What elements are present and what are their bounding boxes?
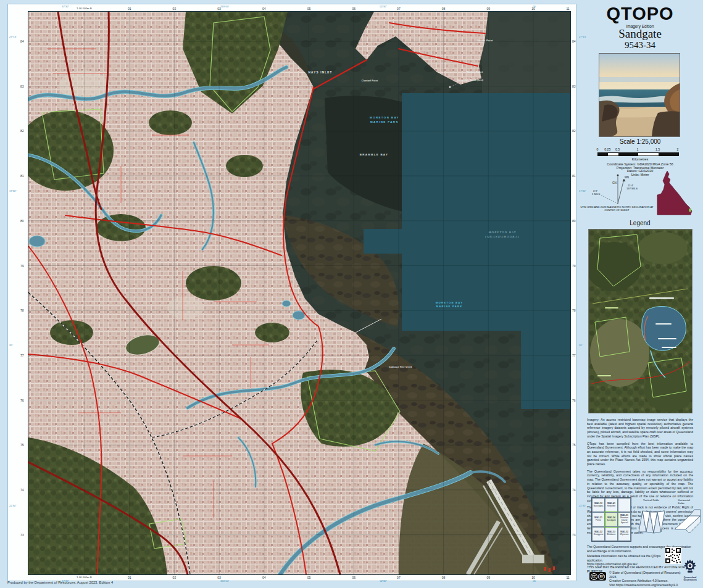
grid-northing: 84 — [572, 39, 576, 43]
grid-easting: 09 — [487, 7, 491, 10]
adjoining-sheet: 9543-32Wynnum — [618, 527, 631, 541]
adjoining-sheet — [618, 498, 631, 512]
grid-northing: 79 — [572, 264, 576, 268]
grid-easting: 07 — [397, 7, 401, 10]
scale-tick: 1 — [637, 147, 639, 151]
scale-bar-ticks: 00.250.511.52 — [597, 147, 679, 151]
geo-longitude: 02'30" — [380, 579, 387, 582]
sheet-number: 9543-34 — [577, 40, 703, 51]
cc-by-badge[interactable]: CCBY — [589, 572, 606, 581]
vertical-folds-diagram — [636, 505, 668, 537]
disclaimer-paragraph: QTopo has been compiled from the best in… — [587, 442, 693, 466]
grid-northing: 83 — [20, 85, 24, 88]
scale-tick: 1.5 — [655, 147, 660, 151]
geo-longitude: 05' — [533, 579, 536, 582]
adjoining-sheet: 9543-21Petrie — [592, 512, 605, 526]
qld-government-logo: Queensland Government — [680, 558, 701, 582]
legend-sample-image — [588, 229, 693, 413]
svg-text:1 MILS: 1 MILS — [592, 193, 600, 196]
grid-northing: 77 — [572, 354, 576, 357]
geo-longitude: 153°00' — [220, 5, 229, 8]
grid-easting: 07 — [397, 576, 401, 579]
horizontal-folds-label: Horizontal Folds — [678, 499, 695, 505]
grid-northing: 73 — [20, 533, 24, 537]
svg-text:MN: MN — [625, 176, 629, 179]
scale-bar — [597, 152, 679, 156]
grid-easting: 04 — [262, 7, 266, 10]
legend-title: Legend — [577, 220, 703, 226]
map-canvas: HAYS INLETMORETON BAY MARINE PARKBRAMBLE… — [28, 12, 570, 574]
geo-longitude: 05' — [533, 5, 536, 8]
grid-easting: 08 — [442, 576, 446, 579]
horizontal-folds-diagram — [671, 505, 703, 537]
grid-northing: 76 — [572, 399, 576, 402]
geo-longitude: 02'30" — [380, 5, 387, 8]
grid-easting: 09 — [487, 576, 491, 579]
declination-caption: UTM GRID AND 2023 MAGNETIC NORTH DECLINA… — [578, 206, 655, 212]
grid-easting: 01 — [128, 576, 131, 579]
grid-northing: 75 — [20, 443, 24, 447]
grid-northing: 74 — [572, 488, 576, 492]
geo-latitude: 22'30" — [9, 504, 17, 507]
adjoining-sheets-grid: 9543-12Narangba9543-41Redcliffe9543-21Pe… — [591, 497, 631, 542]
geo-latitude: 17'30" — [9, 189, 17, 193]
grid-easting: 02 — [173, 576, 177, 579]
scale-tick: 0 — [597, 147, 599, 151]
map-sheet: HAYS INLETMORETON BAY MARINE PARKBRAMBLE… — [7, 4, 576, 581]
grid-northing: 73 — [572, 533, 576, 537]
grid-easting: 08 — [442, 7, 446, 10]
grid-northing: 78 — [20, 308, 24, 312]
svg-text:197 MILS: 197 MILS — [626, 187, 638, 190]
vertical-folds-label: Vertical Folds — [643, 499, 659, 502]
grid-easting: 06 — [352, 7, 356, 10]
cover-photo — [599, 53, 680, 137]
scale-tick: 0.25 — [604, 147, 610, 151]
grid-northing: 75 — [572, 443, 576, 447]
map-imagery — [28, 12, 570, 574]
qld-locator-map — [646, 170, 701, 218]
grid-easting: 06 — [352, 576, 356, 579]
grid-northing: 81 — [20, 174, 24, 178]
grid-easting: 05 — [307, 7, 311, 10]
adjoining-sheet: 9543-33Brisbane — [605, 527, 618, 541]
grid-easting: 02 — [173, 7, 177, 10]
scale-label: Scale 1:25,000 — [577, 138, 703, 145]
disclaimer-paragraph: Imagery: An access restricted basemap im… — [587, 418, 693, 439]
easting-full-label: 1 00 000m E — [77, 576, 92, 579]
grid-northing: 77 — [20, 354, 24, 357]
grid-northing: 78 — [572, 308, 576, 312]
grid-easting: 05 — [307, 576, 311, 579]
geo-longitude: 153°00' — [220, 579, 229, 582]
produced-note: Produced by the Department of Resources.… — [7, 581, 113, 584]
sheet-name: Sandgate — [577, 27, 703, 41]
grid-northing: 79 — [20, 264, 24, 268]
easting-full-label: 1 00 000m E — [77, 7, 92, 10]
grid-northing: 83 — [572, 85, 576, 88]
scale-tick: 0.5 — [615, 147, 620, 151]
svg-text:GN: GN — [612, 181, 617, 184]
grid-northing: 74 — [20, 488, 24, 492]
adjoining-sheet: 9543-31Moreton Island Special — [618, 512, 631, 526]
qr-code[interactable] — [665, 547, 681, 564]
geo-latitude: 20' — [9, 344, 12, 347]
grid-northing: 80 — [20, 219, 24, 223]
map-series-title: QTOPO — [577, 4, 703, 24]
grid-northing: 82 — [20, 129, 24, 133]
sidebar: QTOPO Imagery Edition Sandgate 9543-34 — [577, 0, 703, 588]
adjoining-sheet: 9543-22Enoggera — [592, 527, 605, 541]
geo-longitude: 57'30" — [62, 5, 69, 8]
grid-easting: 11 — [566, 576, 569, 579]
adjoining-sheet-current: 9543-34Sandgate — [605, 512, 618, 526]
grid-northing: 84 — [20, 39, 24, 43]
grid-easting: 04 — [262, 576, 266, 579]
adjoining-sheet: 9543-41Redcliffe — [605, 498, 618, 512]
grid-northing: 80 — [572, 219, 576, 223]
copyright-notice: © State of Queensland (Department of Res… — [609, 571, 684, 587]
grid-easting: 11 — [566, 7, 569, 10]
grid-northing: 81 — [572, 174, 576, 178]
grid-easting: 01 — [128, 7, 131, 10]
adjoining-sheet: 9543-12Narangba — [592, 498, 605, 512]
grid-northing: 82 — [572, 129, 576, 133]
declination-diagram: MN GN 11°4' 197 MILS 0°2' 1 MILS — [586, 173, 651, 206]
grid-northing: 76 — [20, 399, 24, 402]
